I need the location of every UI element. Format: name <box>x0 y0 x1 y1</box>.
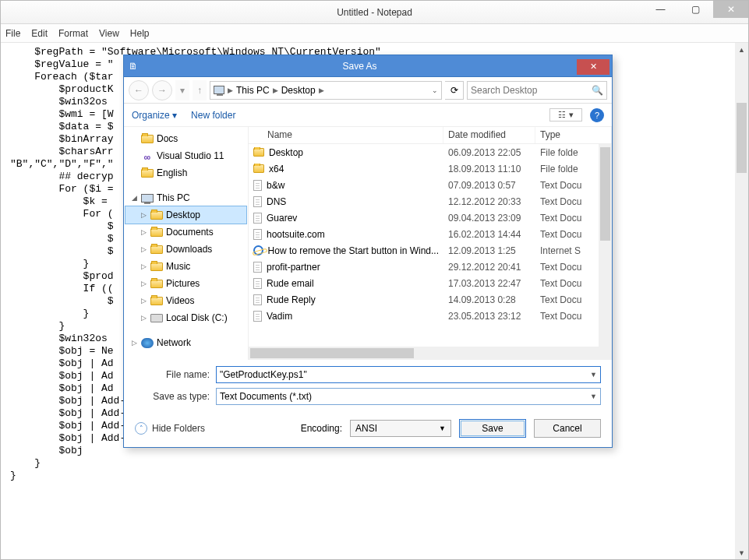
list-vertical-scrollbar[interactable] <box>599 144 612 347</box>
folder-icon <box>150 211 163 220</box>
network-icon <box>141 338 154 348</box>
folder-icon <box>141 135 154 143</box>
view-icon: ☷ <box>558 110 566 120</box>
up-button[interactable]: ↑ <box>193 80 207 100</box>
dialog-titlebar: 🗎 Save As ✕ <box>124 55 612 77</box>
file-icon <box>253 229 262 240</box>
tree-item: Docs <box>125 130 246 147</box>
minimize-button[interactable]: — <box>643 1 678 18</box>
folder-icon <box>141 169 154 178</box>
file-row[interactable]: x6418.09.2013 11:10File folde <box>249 160 612 177</box>
chevron-down-icon[interactable]: ▼ <box>590 393 597 400</box>
chevron-up-icon: ˄ <box>135 422 147 435</box>
folder-icon <box>150 245 163 254</box>
view-options-button[interactable]: ☷▾ <box>549 108 582 122</box>
folder-icon <box>253 148 264 157</box>
breadcrumb-dropdown-icon[interactable]: ⌄ <box>432 86 438 94</box>
tree-item: ∞Visual Studio 11 <box>125 147 246 164</box>
filename-label: File name: <box>135 369 216 380</box>
file-icon <box>253 294 262 305</box>
file-list: Name Date modified Type Desktop06.09.201… <box>249 127 612 360</box>
save-as-dialog: 🗎 Save As ✕ ← → ▾ ↑ ▶ This PC ▶ Desktop … <box>123 55 613 448</box>
organize-menu[interactable]: Organize ▾ <box>132 110 177 121</box>
dialog-close-button[interactable]: ✕ <box>577 59 609 75</box>
scroll-down-icon[interactable]: ▼ <box>735 546 748 559</box>
scroll-thumb[interactable] <box>600 147 610 241</box>
scroll-up-icon[interactable]: ▲ <box>735 43 748 56</box>
scroll-thumb[interactable] <box>737 103 747 173</box>
file-row[interactable]: How to remove the Start button in Wind..… <box>249 242 612 259</box>
file-row[interactable]: DNS12.12.2012 20:33Text Docu <box>249 193 612 210</box>
file-row[interactable]: Rude Reply14.09.2013 0:28Text Docu <box>249 291 612 308</box>
filename-input[interactable]: "GetProductKey.ps1" ▼ <box>216 366 601 383</box>
menu-format[interactable]: Format <box>58 28 88 39</box>
file-row[interactable]: b&w07.09.2013 0:57Text Docu <box>249 177 612 193</box>
tree-item: ▷Downloads <box>125 241 246 258</box>
dialog-icon: 🗎 <box>129 61 138 72</box>
notepad-title: Untitled - Notepad <box>337 7 412 18</box>
maximize-button[interactable]: ▢ <box>678 1 713 18</box>
new-folder-button[interactable]: New folder <box>191 110 235 121</box>
folder-icon <box>150 262 163 271</box>
column-headers[interactable]: Name Date modified Type <box>249 127 612 144</box>
menu-view[interactable]: View <box>99 28 119 39</box>
forward-button[interactable]: → <box>152 80 172 100</box>
search-box[interactable]: 🔍 <box>467 81 607 100</box>
recent-dropdown-icon[interactable]: ▾ <box>175 80 189 100</box>
dialog-body: Docs ∞Visual Studio 11 English ◢This PC … <box>124 127 612 360</box>
pc-icon <box>214 86 224 94</box>
breadcrumb-desktop[interactable]: Desktop <box>281 85 316 96</box>
saveastype-select[interactable]: Text Documents (*.txt) ▼ <box>216 388 601 405</box>
file-row[interactable]: Desktop06.09.2013 22:05File folde <box>249 144 612 160</box>
file-row[interactable]: Rude email17.03.2013 22:47Text Docu <box>249 275 612 291</box>
breadcrumb-thispc[interactable]: This PC <box>236 85 270 96</box>
file-rows[interactable]: Desktop06.09.2013 22:05File foldex6418.0… <box>249 144 612 347</box>
ie-icon <box>253 245 263 255</box>
menu-edit[interactable]: Edit <box>31 28 48 39</box>
header-name[interactable]: Name <box>249 127 443 143</box>
file-icon <box>253 311 262 322</box>
tree-item-network: ▷Network <box>125 334 246 351</box>
toolbar: Organize ▾ New folder ☷▾ ? <box>124 104 612 127</box>
help-button[interactable]: ? <box>590 108 604 122</box>
tree-item-thispc: ◢This PC <box>125 189 246 206</box>
form-area: File name: "GetProductKey.ps1" ▼ Save as… <box>124 360 612 413</box>
file-icon <box>253 196 262 207</box>
chevron-down-icon[interactable]: ▼ <box>590 371 597 379</box>
header-date[interactable]: Date modified <box>443 127 535 143</box>
chevron-down-icon[interactable]: ▼ <box>439 424 446 432</box>
search-input[interactable] <box>471 85 592 96</box>
tree-item: ▷Documents <box>125 224 246 241</box>
encoding-label: Encoding: <box>301 423 342 434</box>
file-row[interactable]: Vadim23.05.2013 23:12Text Docu <box>249 308 612 324</box>
close-button[interactable]: ✕ <box>713 1 748 18</box>
nav-row: ← → ▾ ↑ ▶ This PC ▶ Desktop ▶ ⌄ ⟳ 🔍 <box>124 77 612 104</box>
save-button[interactable]: Save <box>459 419 526 438</box>
vertical-scrollbar[interactable]: ▲ ▼ <box>735 43 748 559</box>
header-type[interactable]: Type <box>535 127 612 143</box>
file-row[interactable]: hootsuite.com16.02.2013 14:44Text Docu <box>249 226 612 242</box>
expand-icon[interactable]: ◢ <box>130 194 138 202</box>
dialog-title: Save As <box>143 61 577 72</box>
expand-icon[interactable]: ▷ <box>140 211 147 219</box>
hide-folders-button[interactable]: ˄ Hide Folders <box>135 422 205 435</box>
list-horizontal-scrollbar[interactable] <box>249 347 612 360</box>
file-icon <box>253 213 262 224</box>
encoding-select[interactable]: ANSI ▼ <box>350 420 451 437</box>
file-row[interactable]: Guarev09.04.2013 23:09Text Docu <box>249 210 612 226</box>
scroll-thumb[interactable] <box>250 348 414 358</box>
refresh-button[interactable]: ⟳ <box>445 81 464 100</box>
tree-item: ▷Music <box>125 258 246 275</box>
file-icon <box>253 262 262 273</box>
folder-icon <box>253 164 264 173</box>
breadcrumb[interactable]: ▶ This PC ▶ Desktop ▶ ⌄ <box>210 81 442 100</box>
menu-file[interactable]: File <box>5 28 20 39</box>
pc-icon <box>141 194 154 203</box>
chevron-right-icon: ▶ <box>273 86 278 94</box>
bottom-row: ˄ Hide Folders Encoding: ANSI ▼ Save Can… <box>124 413 612 447</box>
file-row[interactable]: profit-partner29.12.2012 20:41Text Docu <box>249 259 612 275</box>
menu-help[interactable]: Help <box>130 28 150 39</box>
nav-tree[interactable]: Docs ∞Visual Studio 11 English ◢This PC … <box>124 127 249 360</box>
back-button[interactable]: ← <box>129 80 149 100</box>
cancel-button[interactable]: Cancel <box>534 419 601 438</box>
